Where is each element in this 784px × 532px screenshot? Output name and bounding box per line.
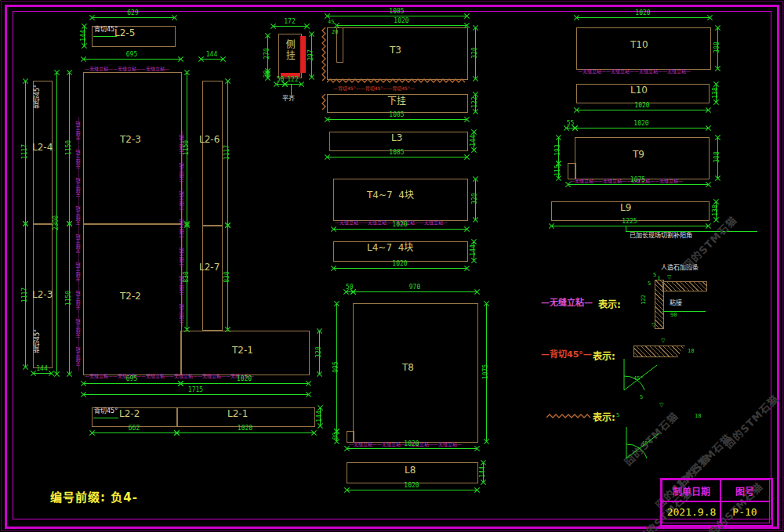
leader-line (291, 85, 292, 95)
label: T9 (633, 150, 644, 160)
label: 20 (332, 30, 338, 36)
dimension-label: 1117 (21, 136, 28, 168)
dimension-label: 1117 (223, 137, 230, 168)
label: ▽ (659, 403, 663, 409)
label: L2-2 (119, 409, 140, 419)
dim-line (201, 59, 223, 60)
label: 5 (616, 413, 619, 419)
label: T3 (390, 45, 401, 56)
label: 下挂 (387, 96, 406, 107)
dim-line (575, 128, 708, 128)
dimension-label: 28 (263, 58, 270, 89)
dim-line (33, 373, 51, 374)
dimension-label: 662 (92, 425, 176, 432)
dimension-label: 138 (712, 77, 719, 108)
dimension-label: 1020 (576, 102, 708, 109)
label: 背切45° (94, 27, 118, 34)
dimension-label: 308 (713, 32, 720, 63)
label: L3 (391, 133, 402, 143)
title-block: 制单日期 图号 2021.9.8 P-10 (660, 478, 773, 527)
dim-line (576, 110, 708, 110)
dimension-label: 1020 (180, 375, 308, 382)
dimension-label: 320 (471, 37, 478, 68)
zigzag-edge (546, 414, 592, 418)
label: 平齐 (282, 96, 295, 103)
dim-line (347, 490, 477, 490)
label: L9 (620, 203, 631, 213)
dim-line (83, 383, 180, 384)
dim-line (333, 268, 466, 269)
dimension-label: 695 (83, 375, 180, 382)
dimension-label: 1075 (568, 176, 708, 183)
dimension-label: 1150 (183, 132, 190, 163)
zigzag-edge (321, 94, 326, 112)
dim-line (568, 184, 708, 185)
dimension-label: 830 (183, 261, 190, 292)
dimension-label: 1075 (482, 356, 489, 388)
part-box-T2-3 (83, 72, 182, 225)
dimension-label: 830 (223, 261, 230, 292)
dim-line (576, 17, 710, 18)
label: 侧挂 (284, 39, 294, 61)
dim-line (180, 383, 308, 384)
zigzag-edge (321, 27, 326, 82)
dim-line (92, 17, 174, 18)
dim-line (176, 432, 314, 433)
label: 18 (695, 414, 701, 420)
dimension-label: 1117 (21, 279, 28, 310)
dim-line (327, 157, 466, 157)
part-box-L2-6 (202, 81, 223, 226)
dimension-label: 308 (713, 142, 720, 173)
back-cut-symbol-bar (633, 346, 685, 357)
dim-line (83, 59, 180, 60)
dimension-label: 1715 (83, 386, 308, 393)
leader-line (93, 418, 118, 418)
title-block-sheet-header: 图号 (720, 480, 770, 502)
label: L2-1 (227, 409, 248, 419)
edge-annotation: —背切45°——背切45°——背切45°— (333, 85, 468, 91)
label: 已加长现场切割补阳角 (630, 233, 692, 240)
label: ▽ (661, 338, 665, 345)
dimension-label: 144 (479, 456, 486, 487)
label: 表示: (593, 413, 615, 423)
cad-canvas: —无缝立粘——无缝立粘——无缝立粘——无缝立粘——无缝立粘——无缝立粘——无缝立… (0, 0, 784, 532)
edge-annotation: —无缝立粘——无缝立粘——无缝立粘——无缝立粘— (578, 68, 709, 74)
label: 5 (653, 273, 656, 279)
dim-line (336, 25, 466, 26)
label: T4~7 4块 (367, 190, 414, 201)
label: 表示: (593, 352, 615, 362)
dimension-label: 1020 (347, 440, 477, 447)
angle-45-icon (623, 425, 664, 461)
dimension-label: 1020 (575, 120, 708, 127)
dimension-label: 320 (315, 336, 322, 367)
title-block-date-header: 制单日期 (662, 480, 721, 502)
dimension-label: 320 (471, 183, 478, 215)
title-block-sheet-value: P-10 (720, 501, 770, 523)
label: L2-7 (199, 262, 220, 273)
dimension-label: 1085 (327, 149, 466, 156)
label: 5 (640, 395, 643, 401)
dimension-label: 1020 (333, 221, 466, 228)
dimension-label: 80 (332, 420, 339, 451)
label: 背切45° (94, 408, 118, 415)
title-block-date-value: 2021.9.8 (662, 501, 721, 523)
leader-line (662, 311, 706, 312)
dim-line (347, 448, 477, 449)
dimension-label: 995 (332, 351, 339, 382)
dimension-label: 1150 (65, 132, 72, 163)
dimension-label: 629 (92, 9, 174, 16)
label: 背切45° (34, 329, 42, 353)
label: 编号前缀: 负4- (50, 491, 138, 505)
label: 45 (328, 20, 334, 26)
dimension-label: 297 (307, 39, 314, 71)
label: T8 (402, 363, 414, 373)
red-clip (300, 36, 306, 73)
leader-line (93, 36, 117, 37)
label: T2-1 (232, 346, 253, 356)
dim-line (327, 119, 466, 120)
zigzag-edge (327, 78, 466, 83)
dim-line (551, 226, 708, 226)
dim-line (273, 26, 307, 27)
label: 粘接 (670, 300, 682, 307)
label: L4~7 4块 (367, 243, 413, 253)
